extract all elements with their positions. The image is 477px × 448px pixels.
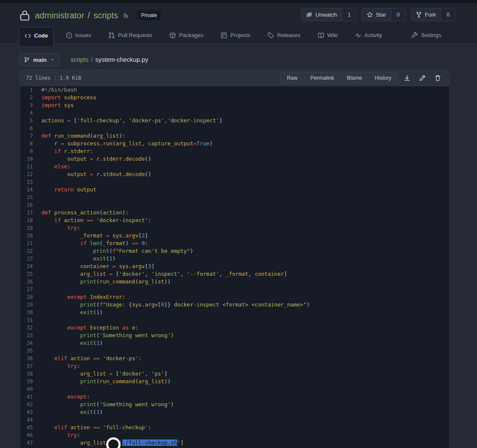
code-view[interactable]: 1#!/bin/bash2import subprocess3import sy… (20, 86, 449, 448)
breadcrumb-dir-link[interactable]: scripts (71, 56, 89, 63)
line-number[interactable]: 33 (20, 332, 41, 339)
line-number[interactable]: 8 (20, 140, 41, 147)
line-number[interactable]: 11 (20, 163, 41, 171)
unwatch-count[interactable]: 1 (341, 9, 356, 21)
line-number[interactable]: 45 (20, 424, 41, 431)
line-number[interactable]: 18 (20, 217, 41, 224)
line-number[interactable]: 32 (20, 324, 41, 332)
line-number[interactable]: 15 (20, 194, 41, 201)
star-count[interactable]: 0 (391, 9, 405, 21)
blame-button[interactable]: Blame (341, 72, 368, 83)
code-line-46: 46 try: (20, 431, 449, 439)
line-number[interactable]: 14 (20, 186, 41, 194)
edit-icon[interactable] (416, 72, 429, 84)
tab-activity[interactable]: Activity (350, 27, 387, 43)
line-number[interactable]: 24 (20, 263, 41, 270)
code-line-11: 11 else: (20, 163, 449, 171)
fork-icon (416, 12, 422, 18)
breadcrumb-separator: / (91, 56, 93, 63)
code-line-32: 32 except Exception as e: (20, 324, 449, 332)
line-number[interactable]: 19 (20, 224, 41, 232)
line-content (41, 124, 449, 132)
line-number[interactable]: 42 (20, 401, 41, 408)
download-icon[interactable] (401, 72, 413, 84)
line-number[interactable]: 40 (20, 385, 41, 393)
line-number[interactable]: 44 (20, 416, 41, 424)
code-line-45: 45 elif action == 'full-checkup': (20, 424, 449, 431)
tab-wiki[interactable]: Wiki (312, 27, 343, 43)
file-header: 72 lines 1.9 KiB RawPermalinkBlameHistor… (20, 70, 449, 86)
line-number[interactable]: 1 (20, 86, 41, 94)
line-number[interactable]: 29 (20, 301, 41, 309)
line-number[interactable]: 16 (20, 201, 41, 209)
history-button[interactable]: History (368, 72, 398, 83)
fork-count[interactable]: 0 (441, 9, 455, 21)
tab-pull-requests[interactable]: Pull Requests (103, 27, 157, 43)
line-number[interactable]: 23 (20, 255, 41, 263)
line-number[interactable]: 3 (20, 101, 41, 109)
line-number[interactable]: 4 (20, 109, 41, 117)
line-number[interactable]: 20 (20, 232, 41, 240)
code-line-26: 26 print(run_command(arg_list)) (20, 278, 449, 286)
star-button[interactable]: Star0 (361, 8, 406, 21)
line-number[interactable]: 47 (20, 439, 41, 447)
line-number[interactable]: 5 (20, 117, 41, 124)
navbar-bottom-strip (0, 0, 477, 3)
line-number[interactable]: 10 (20, 155, 41, 163)
line-number[interactable]: 31 (20, 316, 41, 324)
line-number[interactable]: 39 (20, 378, 41, 385)
package-icon (169, 32, 176, 39)
fork-button[interactable]: Fork0 (411, 8, 456, 21)
line-number[interactable]: 30 (20, 309, 41, 316)
line-number[interactable]: 13 (20, 178, 41, 186)
tab-code[interactable]: Code (19, 27, 54, 46)
repo-link[interactable]: scripts (93, 11, 118, 20)
line-number[interactable]: 12 (20, 171, 41, 178)
tab-releases[interactable]: Releases (262, 27, 305, 43)
lock-icon (19, 9, 31, 21)
line-content: except Exception as e: (41, 324, 449, 332)
line-number[interactable]: 41 (20, 393, 41, 401)
line-number[interactable]: 17 (20, 209, 41, 217)
tab-issues[interactable]: Issues (61, 27, 97, 43)
code-line-4: 4 (20, 109, 449, 117)
line-number[interactable]: 2 (20, 94, 41, 101)
branch-selector-button[interactable]: main (19, 53, 60, 66)
line-content: import subprocess (41, 94, 449, 101)
owner-link[interactable]: administrator (35, 11, 84, 20)
line-content (41, 194, 449, 201)
tab-label: Wiki (327, 32, 338, 38)
line-number[interactable]: 35 (20, 347, 41, 355)
rss-icon[interactable] (122, 12, 130, 19)
meta-divider (55, 75, 55, 81)
line-number[interactable]: 36 (20, 355, 41, 362)
line-number[interactable]: 6 (20, 124, 41, 132)
line-number[interactable]: 37 (20, 362, 41, 370)
line-number[interactable]: 26 (20, 278, 41, 286)
file-meta: 72 lines 1.9 KiB (26, 75, 81, 81)
line-number[interactable]: 21 (20, 240, 41, 247)
line-content: print('Something went wrong') (41, 401, 449, 408)
line-number[interactable]: 22 (20, 247, 41, 255)
code-line-39: 39 print(run_command(arg_list)) (20, 378, 449, 385)
line-number[interactable]: 46 (20, 431, 41, 439)
tab-settings[interactable]: Settings (406, 27, 446, 43)
line-number[interactable]: 25 (20, 270, 41, 278)
tab-label: Pull Requests (118, 32, 152, 38)
line-number[interactable]: 38 (20, 370, 41, 378)
raw-button[interactable]: Raw (280, 72, 304, 83)
line-content: _format = sys.argv[2] (41, 232, 449, 240)
delete-icon[interactable] (431, 72, 444, 84)
line-number[interactable]: 28 (20, 293, 41, 301)
line-number[interactable]: 7 (20, 132, 41, 140)
line-number[interactable]: 9 (20, 147, 41, 155)
permalink-button[interactable]: Permalink (304, 72, 341, 83)
code-line-38: 38 arg_list = ['docker', 'ps'] (20, 370, 449, 378)
branch-icon (24, 57, 30, 63)
line-number[interactable]: 27 (20, 286, 41, 293)
unwatch-button[interactable]: Unwatch1 (301, 8, 357, 21)
tab-packages[interactable]: Packages (164, 27, 208, 43)
line-number[interactable]: 43 (20, 408, 41, 416)
tab-projects[interactable]: Projects (215, 27, 255, 43)
line-number[interactable]: 34 (20, 339, 41, 347)
